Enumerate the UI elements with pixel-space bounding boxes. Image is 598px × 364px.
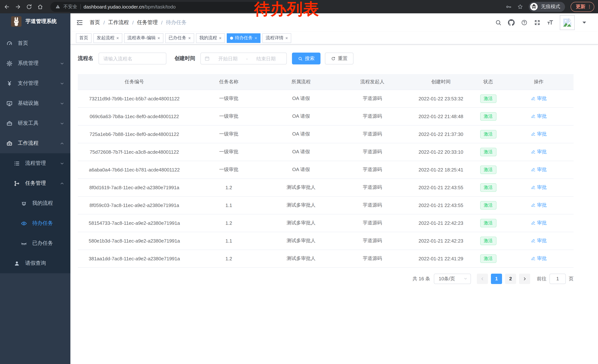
close-icon[interactable]: ×: [219, 36, 222, 40]
browser-toolbar: 不安全 dashboard.yudao.iocoder.cn/bpm/task/…: [0, 0, 598, 13]
cell-process: 测试多审批人: [267, 250, 335, 267]
process-name-input[interactable]: [99, 53, 166, 65]
approve-link[interactable]: 审批: [531, 95, 547, 102]
cell-status: 激活: [472, 161, 504, 178]
sidebar-item-workflow[interactable]: 工作流程: [0, 133, 70, 153]
breadcrumb-item[interactable]: 任务管理: [137, 19, 158, 26]
tab-form-edit[interactable]: 流程表单-编辑×: [124, 33, 163, 43]
sidebar-item-dev-tools[interactable]: 研发工具: [0, 113, 70, 133]
cell-status: 激活: [472, 90, 504, 107]
page-button-2[interactable]: 2: [505, 274, 516, 284]
next-page-button[interactable]: [519, 274, 530, 284]
tab-home[interactable]: 首页: [76, 33, 91, 43]
tasks-table: 任务编号任务名称所属流程流程发起人创建时间状态操作 73211d9d-7b9b-…: [78, 74, 573, 267]
sidebar-collapse-icon[interactable]: [76, 19, 83, 26]
approve-link[interactable]: 审批: [531, 202, 547, 209]
sidebar-item-leave-query[interactable]: 请假查询: [0, 253, 70, 273]
sidebar-item-done-tasks[interactable]: 已办任务: [0, 233, 70, 253]
refresh-icon: [331, 56, 336, 61]
caret-down-icon[interactable]: [581, 19, 588, 26]
pagination-total: 共 16 条: [413, 275, 430, 282]
pencil-icon: [531, 203, 536, 208]
sidebar-item-my-process[interactable]: 我的流程: [0, 193, 70, 213]
approve-label: 审批: [537, 219, 547, 226]
close-icon[interactable]: ×: [116, 36, 119, 40]
tab-todo-tasks[interactable]: 待办任务×: [227, 33, 260, 43]
pencil-icon: [531, 185, 536, 190]
column-header-task-id: 任务编号: [78, 74, 191, 90]
pencil-icon: [531, 167, 536, 172]
cell-process: OA 请假: [267, 161, 335, 178]
forward-icon[interactable]: [15, 4, 21, 10]
tab-done-tasks[interactable]: 已办任务×: [165, 33, 194, 43]
reload-icon[interactable]: [26, 4, 32, 10]
tab-process-detail[interactable]: 流程详情×: [262, 33, 291, 43]
table-row: 580e1b3d-7ac8-11ec-a9e2-a2380e71991a1.1测…: [78, 232, 573, 250]
process-name-label: 流程名: [78, 55, 93, 62]
cell-task-name: 一级审批: [191, 107, 267, 125]
breadcrumb-item: 待办任务: [166, 19, 187, 26]
cell-task-name: 1.1: [191, 196, 267, 214]
sidebar-item-home[interactable]: 首页: [0, 33, 70, 53]
sidebar-item-label: 待办任务: [32, 220, 53, 226]
status-badge: 激活: [480, 165, 496, 174]
reset-button[interactable]: 重置: [325, 53, 353, 65]
fullscreen-icon[interactable]: [534, 19, 540, 26]
key-icon[interactable]: [505, 4, 512, 10]
close-icon[interactable]: ×: [285, 36, 288, 40]
search-icon[interactable]: [495, 19, 502, 26]
cell-task-id: a6aba0a4-7b6d-11ec-b781-acde48001122: [78, 161, 191, 178]
table-header-row: 任务编号任务名称所属流程流程发起人创建时间状态操作: [78, 74, 573, 90]
search-button[interactable]: 搜索: [292, 53, 321, 65]
chevron-down-icon: [60, 61, 65, 66]
approve-link[interactable]: 审批: [531, 148, 547, 155]
approve-link[interactable]: 审批: [531, 113, 547, 120]
cell-created-at: 2022-01-21 22:43:55: [409, 196, 472, 214]
goto-page-input[interactable]: [549, 274, 566, 284]
approve-link[interactable]: 审批: [531, 237, 547, 244]
back-icon[interactable]: [4, 4, 10, 10]
help-icon[interactable]: [521, 19, 528, 26]
tab-start-process[interactable]: 发起流程×: [93, 33, 122, 43]
kebab-menu-icon[interactable]: [587, 4, 592, 9]
github-icon[interactable]: [508, 19, 515, 26]
avatar[interactable]: [560, 15, 575, 30]
star-icon[interactable]: [517, 4, 523, 10]
approve-link[interactable]: 审批: [531, 255, 547, 262]
address-bar[interactable]: 不安全 dashboard.yudao.iocoder.cn/bpm/task/…: [50, 2, 260, 12]
date-range-picker[interactable]: -: [200, 53, 287, 65]
sidebar-item-task-mgmt[interactable]: 任务管理: [0, 173, 70, 193]
page-size-select[interactable]: 10条/页: [434, 274, 471, 284]
sidebar-item-system[interactable]: 系统管理: [0, 53, 70, 73]
tags-view: 首页发起流程×流程表单-编辑×已办任务×我的流程×待办任务×流程详情×: [70, 32, 598, 44]
breadcrumb-item[interactable]: 首页: [90, 19, 100, 26]
table-row: 75d72608-7b7f-11ec-a3c8-acde48001122一级审批…: [78, 143, 573, 161]
cell-task-id: 73211d9d-7b9b-11ec-b5b7-acde48001122: [78, 90, 191, 107]
chevron-down-icon: [60, 81, 65, 86]
page-button-1[interactable]: 1: [491, 274, 502, 284]
close-icon[interactable]: ×: [255, 36, 257, 40]
approve-link[interactable]: 审批: [531, 184, 547, 191]
font-size-icon[interactable]: [547, 19, 554, 26]
sidebar-item-todo-tasks[interactable]: 待办任务: [0, 213, 70, 233]
close-icon[interactable]: ×: [188, 36, 191, 40]
cell-process: OA 请假: [267, 125, 335, 143]
sidebar-item-label: 首页: [18, 40, 28, 47]
pencil-icon: [531, 149, 536, 154]
tab-my-process[interactable]: 我的流程×: [196, 33, 225, 43]
approve-link[interactable]: 审批: [531, 166, 547, 173]
cell-process: 测试多审批人: [267, 196, 335, 214]
prev-page-button[interactable]: [477, 274, 488, 284]
sidebar-item-infrastructure[interactable]: 基础设施: [0, 93, 70, 113]
chevron-down-icon: [464, 277, 468, 281]
home-icon[interactable]: [37, 4, 43, 10]
breadcrumb-item[interactable]: 工作流程: [108, 19, 129, 26]
approve-link[interactable]: 审批: [531, 131, 547, 138]
update-button[interactable]: 更新: [571, 2, 594, 12]
close-icon[interactable]: ×: [158, 36, 160, 40]
sidebar-item-process-mgmt[interactable]: 流程管理: [0, 153, 70, 173]
end-date-input[interactable]: [249, 56, 283, 61]
sidebar-item-payment[interactable]: 支付管理: [0, 73, 70, 93]
approve-link[interactable]: 审批: [531, 219, 547, 226]
start-date-input[interactable]: [211, 56, 245, 61]
